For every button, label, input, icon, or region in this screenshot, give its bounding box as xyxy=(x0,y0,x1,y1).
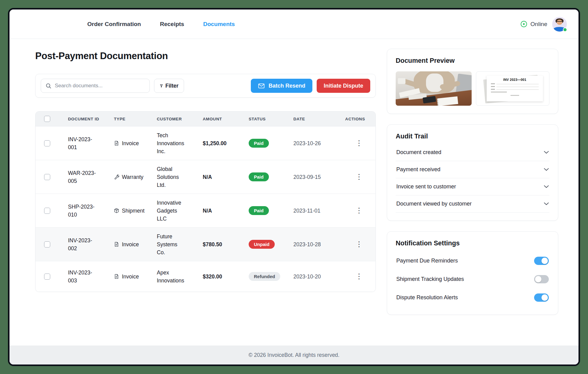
row-checkbox[interactable] xyxy=(44,140,50,146)
kebab-menu-icon[interactable]: ⋮ xyxy=(354,206,364,215)
status-cell: Paid xyxy=(238,206,282,215)
header-actions: ACTIONS xyxy=(331,117,375,121)
documents-toolbar: Filter Batch Resend Initiate Dispute xyxy=(35,74,376,98)
document-id-cell: INV-2023-003 xyxy=(57,269,100,285)
date-cell: 2023-10-26 xyxy=(282,139,331,147)
main-column: Post-Payment Documentation xyxy=(35,49,376,346)
filter-icon xyxy=(160,84,163,88)
footer-copyright: © 2026 InvoiceBot. All rights reserved. xyxy=(249,352,340,358)
document-id-cell: SHP-2023-010 xyxy=(57,203,100,219)
invoice-sheet: INV 2023—001 xyxy=(487,76,543,101)
row-checkbox[interactable] xyxy=(44,174,50,180)
audit-item-label: Payment received xyxy=(396,166,440,173)
file-text-icon xyxy=(114,141,119,146)
nav-tab-order-confirmation[interactable]: Order Confirmation xyxy=(87,21,141,28)
select-all-checkbox[interactable] xyxy=(44,116,50,122)
nav-tabs: Order Confirmation Receipts Documents xyxy=(87,21,235,28)
notification-item-shipment-tracking: Shipment Tracking Updates xyxy=(396,270,549,288)
type-cell: Invoice xyxy=(103,139,146,147)
user-avatar[interactable] xyxy=(552,17,567,32)
status-badge: Paid xyxy=(249,172,269,181)
customer-cell: Future Systems Co. xyxy=(146,232,192,256)
toggle-dispute-resolution-alerts[interactable] xyxy=(534,293,549,302)
table-row: SHP-2023-010 Shipment Innovative Gadgets… xyxy=(36,194,375,227)
audit-item-document-viewed[interactable]: Document viewed by customer xyxy=(396,195,549,213)
initiate-dispute-label: Initiate Dispute xyxy=(324,83,363,89)
document-id-cell: INV-2023-002 xyxy=(57,236,100,252)
date-cell: 2023-10-20 xyxy=(282,273,331,281)
search-box xyxy=(41,79,150,93)
header-date: DATE xyxy=(282,117,331,121)
amount-cell: N/A xyxy=(192,207,238,215)
amount-cell: $1,250.00 xyxy=(192,139,238,147)
notification-item-label: Dispute Resolution Alerts xyxy=(396,294,458,301)
footer: © 2026 InvoiceBot. All rights reserved. xyxy=(9,346,579,365)
kebab-menu-icon[interactable]: ⋮ xyxy=(354,173,364,181)
customer-cell: Global Solutions Ltd. xyxy=(146,165,192,189)
kebab-menu-icon[interactable]: ⋮ xyxy=(354,139,364,147)
audit-item-document-created[interactable]: Document created xyxy=(396,144,549,161)
table-row: INV-2023-001 Invoice Tech Innova xyxy=(36,126,375,160)
notification-item-dispute-resolution: Dispute Resolution Alerts xyxy=(396,288,549,307)
row-checkbox[interactable] xyxy=(44,274,50,280)
type-cell: Invoice xyxy=(103,273,146,281)
chevron-down-icon xyxy=(544,168,549,171)
audit-item-label: Document created xyxy=(396,149,441,156)
status-cell: Refunded xyxy=(238,272,282,281)
row-checkbox[interactable] xyxy=(44,241,50,247)
topbar-right: Online xyxy=(520,17,567,32)
date-cell: 2023-11-01 xyxy=(282,207,331,215)
document-id-cell: WAR-2023-005 xyxy=(57,169,100,185)
customer-cell: Apex Innovations xyxy=(146,269,192,285)
notification-settings-card: Notification Settings Payment Due Remind… xyxy=(387,231,558,315)
nav-tab-documents[interactable]: Documents xyxy=(203,21,235,28)
header-customer: CUSTOMER xyxy=(146,117,192,121)
amount-cell: N/A xyxy=(192,173,238,181)
audit-item-label: Document viewed by customer xyxy=(396,201,472,207)
batch-resend-button[interactable]: Batch Resend xyxy=(251,79,312,93)
filter-button[interactable]: Filter xyxy=(154,79,184,93)
photo-thumbnail[interactable] xyxy=(396,71,472,106)
date-cell: 2023-09-15 xyxy=(282,173,331,181)
type-label: Invoice xyxy=(122,240,139,248)
header-amount: AMOUNT xyxy=(192,117,238,121)
file-text-icon xyxy=(114,274,119,279)
toggle-payment-due-reminders[interactable] xyxy=(534,257,549,265)
toggle-shipment-tracking-updates[interactable] xyxy=(534,275,549,283)
page-title: Post-Payment Documentation xyxy=(35,51,376,62)
envelope-icon xyxy=(258,82,265,89)
nav-tab-receipts[interactable]: Receipts xyxy=(160,21,184,28)
online-status-label: Online xyxy=(530,21,547,28)
documents-table: DOCUMENT ID TYPE CUSTOMER AMOUNT STATUS … xyxy=(35,111,376,292)
type-label: Warranty xyxy=(122,173,143,181)
audit-item-payment-received[interactable]: Payment received xyxy=(396,161,549,178)
filter-button-label: Filter xyxy=(165,83,179,89)
status-badge: Refunded xyxy=(249,272,280,281)
notification-item-payment-due: Payment Due Reminders xyxy=(396,251,549,270)
kebab-menu-icon[interactable]: ⋮ xyxy=(354,272,364,281)
status-cell: Unpaid xyxy=(238,240,282,249)
audit-trail-title: Audit Trail xyxy=(396,133,549,140)
table-header-row: DOCUMENT ID TYPE CUSTOMER AMOUNT STATUS … xyxy=(36,111,375,126)
page-content: Post-Payment Documentation xyxy=(9,39,579,346)
document-preview-title: Document Preview xyxy=(396,57,549,65)
search-input[interactable] xyxy=(55,83,145,89)
row-checkbox[interactable] xyxy=(44,208,50,214)
chevron-down-icon xyxy=(544,202,549,205)
audit-item-invoice-sent[interactable]: Invoice sent to customer xyxy=(396,178,549,195)
date-cell: 2023-10-28 xyxy=(282,240,331,248)
invoice-thumbnail[interactable]: INV 2023—001 xyxy=(476,71,549,106)
file-text-icon xyxy=(114,242,119,247)
invoice-thumb-title: INV 2023—001 xyxy=(487,76,543,81)
audit-item-label: Invoice sent to customer xyxy=(396,183,456,190)
document-id-cell: INV-2023-001 xyxy=(57,135,100,151)
kebab-menu-icon[interactable]: ⋮ xyxy=(354,240,364,248)
package-icon xyxy=(114,208,119,213)
audit-trail-card: Audit Trail Document created Payment rec… xyxy=(387,124,558,221)
customer-cell: Innovative Gadgets LLC xyxy=(146,199,192,223)
initiate-dispute-button[interactable]: Initiate Dispute xyxy=(317,79,370,93)
photo-decoration xyxy=(426,74,443,92)
sidebar: Document Preview xyxy=(387,49,558,346)
amount-cell: $320.00 xyxy=(192,273,238,281)
type-label: Shipment xyxy=(122,207,145,215)
